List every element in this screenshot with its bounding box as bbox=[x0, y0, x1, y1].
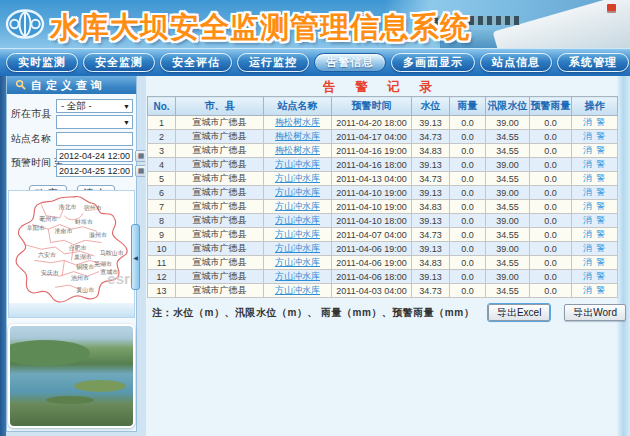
cell-level: 39.13 bbox=[412, 242, 450, 256]
alarm-table-body: 1宣城市广德县梅松树水库2011-04-20 18:0039.130.039.0… bbox=[148, 116, 618, 298]
water-conservancy-logo-icon bbox=[5, 7, 45, 41]
cell-limit: 39.00 bbox=[486, 116, 530, 130]
nav-tab-0[interactable]: 实时监测 bbox=[6, 53, 78, 72]
cell-action: 消 警 bbox=[572, 130, 618, 144]
map-city-label: 亳州市 bbox=[39, 215, 57, 224]
clear-alarm-link[interactable]: 消 警 bbox=[583, 229, 607, 239]
nav-tab-6[interactable]: 站点信息 bbox=[480, 53, 552, 72]
clear-alarm-link[interactable]: 消 警 bbox=[583, 285, 607, 295]
station-input[interactable] bbox=[56, 132, 133, 146]
column-header: No. bbox=[148, 97, 176, 116]
station-link[interactable]: 方山冲水库 bbox=[275, 173, 320, 183]
cell-action: 消 警 bbox=[572, 228, 618, 242]
cell-limit: 39.00 bbox=[486, 242, 530, 256]
city-select[interactable]: - 全部 - ▼ bbox=[56, 99, 133, 113]
clear-alarm-link[interactable]: 消 警 bbox=[583, 117, 607, 127]
clear-alarm-link[interactable]: 消 警 bbox=[583, 201, 607, 211]
clear-alarm-link[interactable]: 消 警 bbox=[583, 187, 607, 197]
cell-level: 34.83 bbox=[412, 200, 450, 214]
cell-level: 34.73 bbox=[412, 172, 450, 186]
nav-tab-5[interactable]: 多画面显示 bbox=[391, 53, 475, 72]
cell-no: 9 bbox=[148, 228, 176, 242]
cell-level: 34.73 bbox=[412, 228, 450, 242]
cell-limit: 34.55 bbox=[486, 228, 530, 242]
cell-warn_rain: 0.0 bbox=[530, 228, 572, 242]
time-to-input[interactable]: 2012-04-25 12:00 bbox=[56, 164, 133, 177]
station-link[interactable]: 方山冲水库 bbox=[275, 229, 320, 239]
search-icon bbox=[15, 79, 26, 92]
clear-alarm-link[interactable]: 消 警 bbox=[583, 145, 607, 155]
cell-no: 3 bbox=[148, 144, 176, 158]
export-excel-button[interactable]: 导出Excel bbox=[488, 304, 550, 321]
cell-action: 消 警 bbox=[572, 284, 618, 298]
station-link[interactable]: 方山冲水库 bbox=[275, 187, 320, 197]
cell-rain: 0.0 bbox=[450, 186, 486, 200]
province-map[interactable]: 淮北市宿州市亳州市蚌埠市阜阳市淮南市滁州市合肥市六安市巢湖市马鞍山市芜湖市铜陵市… bbox=[8, 190, 135, 318]
station-link[interactable]: 梅松树水库 bbox=[275, 145, 320, 155]
station-link[interactable]: 梅松树水库 bbox=[275, 131, 320, 141]
cell-limit: 34.55 bbox=[486, 144, 530, 158]
time-from-input[interactable]: 2012-04-24 12:00 bbox=[56, 149, 133, 162]
cell-no: 12 bbox=[148, 270, 176, 284]
cell-action: 消 警 bbox=[572, 270, 618, 284]
cell-county: 宣城市广德县 bbox=[176, 116, 264, 130]
cell-warn_rain: 0.0 bbox=[530, 256, 572, 270]
map-city-label: 马鞍山市 bbox=[100, 248, 124, 257]
clear-alarm-link[interactable]: 消 警 bbox=[583, 257, 607, 267]
nav-tab-3[interactable]: 运行监控 bbox=[237, 53, 309, 72]
esri-watermark: esri bbox=[107, 270, 134, 287]
cell-county: 宣城市广德县 bbox=[176, 186, 264, 200]
table-footer: 注：水位（m）、汛限水位（m）、 雨量（mm）、预警雨量（mm） 导出Excel… bbox=[152, 304, 613, 321]
query-panel-title: 自定义查询 bbox=[31, 78, 106, 93]
app-window: 水库大坝安全监测管理信息系统 实时监测安全监测安全评估运行监控告警信息多画面显示… bbox=[0, 0, 630, 436]
cell-rain: 0.0 bbox=[450, 214, 486, 228]
cell-time: 2011-04-20 18:00 bbox=[332, 116, 412, 130]
cell-no: 13 bbox=[148, 284, 176, 298]
sidebar-collapse-handle[interactable]: ◀ bbox=[131, 224, 140, 290]
map-city-label: 黄山市 bbox=[76, 285, 94, 294]
station-link[interactable]: 方山冲水库 bbox=[275, 215, 320, 225]
table-row: 5宣城市广德县方山冲水库2011-04-13 04:0034.730.034.5… bbox=[148, 172, 618, 186]
clear-alarm-link[interactable]: 消 警 bbox=[583, 131, 607, 141]
station-link[interactable]: 梅松树水库 bbox=[275, 117, 320, 127]
cell-action: 消 警 bbox=[572, 158, 618, 172]
query-form: 所在市县 - 全部 - ▼ ▼ 站点名称 bbox=[7, 94, 136, 202]
nav-tab-4-active[interactable]: 告警信息 bbox=[314, 53, 386, 72]
units-note: 注：水位（m）、汛限水位（m）、 雨量（mm）、预警雨量（mm） bbox=[152, 306, 474, 320]
cell-time: 2011-04-16 18:00 bbox=[332, 158, 412, 172]
cell-county: 宣城市广德县 bbox=[176, 284, 264, 298]
table-row: 11宣城市广德县方山冲水库2011-04-06 19:0034.830.034.… bbox=[148, 256, 618, 270]
cell-no: 8 bbox=[148, 214, 176, 228]
header-banner: 水库大坝安全监测管理信息系统 bbox=[0, 0, 630, 48]
station-link[interactable]: 方山冲水库 bbox=[275, 285, 320, 295]
clear-alarm-link[interactable]: 消 警 bbox=[583, 173, 607, 183]
clear-alarm-link[interactable]: 消 警 bbox=[583, 243, 607, 253]
cell-rain: 0.0 bbox=[450, 158, 486, 172]
station-link[interactable]: 方山冲水库 bbox=[275, 257, 320, 267]
clear-alarm-link[interactable]: 消 警 bbox=[583, 215, 607, 225]
clear-alarm-link[interactable]: 消 警 bbox=[583, 159, 607, 169]
station-link[interactable]: 方山冲水库 bbox=[275, 159, 320, 169]
station-link[interactable]: 方山冲水库 bbox=[275, 243, 320, 253]
alarm-records-panel: 告 警 记 录 No.市、县站点名称预警时间水位雨量汛限水位预警雨量操作 1宣城… bbox=[145, 76, 617, 436]
clear-alarm-link[interactable]: 消 警 bbox=[583, 271, 607, 281]
nav-tab-1[interactable]: 安全监测 bbox=[83, 53, 155, 72]
station-link[interactable]: 方山冲水库 bbox=[275, 201, 320, 211]
table-row: 2宣城市广德县梅松树水库2011-04-17 04:0034.730.034.5… bbox=[148, 130, 618, 144]
cell-limit: 39.00 bbox=[486, 158, 530, 172]
query-panel-header: 自定义查询 bbox=[7, 76, 136, 94]
nav-tab-2[interactable]: 安全评估 bbox=[160, 53, 232, 72]
table-row: 10宣城市广德县方山冲水库2011-04-06 19:0039.130.039.… bbox=[148, 242, 618, 256]
cell-station: 方山冲水库 bbox=[264, 242, 332, 256]
station-link[interactable]: 方山冲水库 bbox=[275, 271, 320, 281]
cell-action: 消 警 bbox=[572, 214, 618, 228]
map-city-label: 滁州市 bbox=[89, 230, 107, 239]
export-word-button[interactable]: 导出Word bbox=[564, 304, 626, 321]
cell-level: 39.13 bbox=[412, 186, 450, 200]
cell-warn_rain: 0.0 bbox=[530, 116, 572, 130]
county-select[interactable]: ▼ bbox=[56, 115, 133, 129]
map-city-label: 合肥市 bbox=[69, 244, 87, 253]
column-header: 操作 bbox=[572, 97, 618, 116]
cell-rain: 0.0 bbox=[450, 172, 486, 186]
nav-tab-7[interactable]: 系统管理 bbox=[557, 53, 629, 72]
